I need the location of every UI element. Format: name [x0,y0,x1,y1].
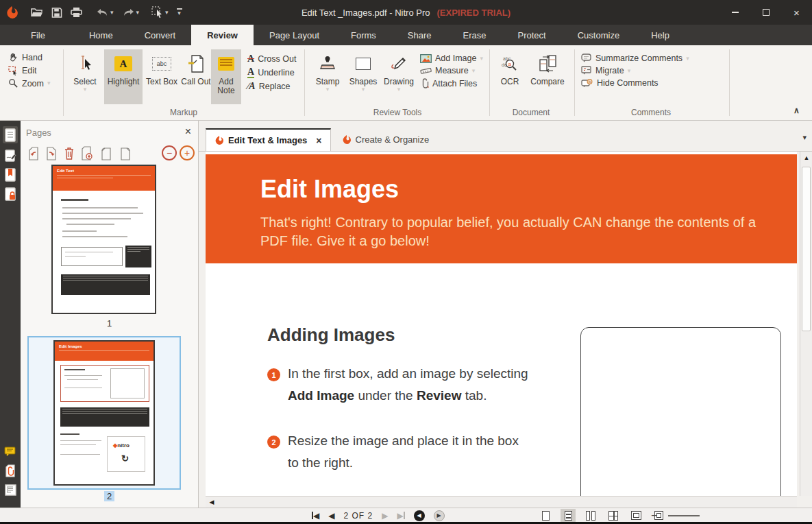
add-note-button[interactable]: Add Note [211,49,241,104]
cross-out-button[interactable]: A Cross Out [245,52,298,66]
close-button[interactable]: × [781,0,812,25]
stamp-dropdown-icon[interactable]: ▾ [326,86,330,93]
migrate-button[interactable]: Migrate ▾ [579,64,691,77]
view-history-back-button[interactable]: ◀ [414,510,425,521]
previous-page-button[interactable]: ◀ [328,511,334,521]
menu-tab-page-layout[interactable]: Page Layout [254,25,335,45]
signatures-panel-tab[interactable] [3,147,18,164]
doc-tab-create-organize[interactable]: Create & Organize [334,128,438,151]
select-tool-quick-button[interactable]: ▾ [149,5,171,20]
menu-tab-share[interactable]: Share [392,25,447,45]
page-thumbnail-1[interactable]: Edit Text [51,165,156,314]
horizontal-scrollbar[interactable]: ◀ [206,496,797,508]
maximize-button[interactable] [750,0,781,25]
open-file-button[interactable] [29,6,45,19]
summarize-comments-button[interactable]: Summarize Comments ▾ [579,52,691,64]
menu-tab-protect[interactable]: Protect [502,25,562,45]
redo-button[interactable]: ▾ [120,6,142,19]
text-box-button[interactable]: abc Text Box [144,49,180,104]
fields-panel-tab[interactable] [3,481,18,499]
migrate-dropdown-icon[interactable]: ▾ [628,68,631,74]
tab-close-icon[interactable]: × [316,135,321,146]
select-button[interactable]: Select ▾ [67,49,103,104]
tab-list-dropdown-icon[interactable]: ▾ [802,133,807,142]
measure-button[interactable]: Measure ▾ [418,64,485,77]
menu-tab-forms[interactable]: Forms [335,25,392,45]
zoom-slider[interactable] [668,515,700,516]
last-page-button[interactable]: ▶ [397,511,404,521]
menu-tab-customize[interactable]: Customize [562,25,635,45]
shapes-button[interactable]: Shapes ▾ [345,49,381,104]
view-facing-pages-button[interactable] [583,509,598,522]
shapes-dropdown-icon[interactable]: ▾ [362,86,365,93]
collapse-ribbon-chevron-icon[interactable]: ∧ [793,106,800,115]
add-image-dropdown-icon[interactable]: ▾ [480,56,483,62]
underline-button[interactable]: A Underline [245,66,298,80]
replace-button[interactable]: ∕A Replace [245,80,298,93]
image-placeholder-box[interactable] [580,327,781,496]
select-tool-dropdown-icon[interactable]: ▾ [165,10,169,16]
menu-tab-erase[interactable]: Erase [447,25,502,45]
call-out-button[interactable]: Call Out [178,49,214,104]
security-panel-tab[interactable] [3,185,18,202]
doc-tab-edit-text-images[interactable]: Edit Text & Images × [206,128,331,151]
compare-button[interactable]: Compare [526,49,569,104]
menu-tab-file[interactable]: File [15,25,61,45]
stamp-button[interactable]: Stamp ▾ [310,49,345,104]
extract-page-button[interactable] [79,145,95,162]
highlight-button[interactable]: A Highlight [104,49,143,104]
edit-tool-button[interactable]: Edit [5,64,53,77]
zoom-dropdown-icon[interactable]: ▾ [47,80,51,86]
zoom-out-status-button[interactable]: − [651,510,657,522]
comments-panel-tab[interactable] [3,443,18,460]
undo-dropdown-icon[interactable]: ▾ [110,10,114,16]
view-single-page-button[interactable] [538,509,553,522]
menu-tab-home[interactable]: Home [73,25,129,45]
bookmarks-panel-tab[interactable] [3,166,18,183]
attachments-panel-tab[interactable] [3,462,18,479]
page-indicator: 2 OF 2 [343,511,373,521]
rotate-left-button[interactable] [26,145,41,162]
hand-tool-button[interactable]: Hand [5,51,53,64]
menu-tab-help[interactable]: Help [635,25,685,45]
scroll-up-icon[interactable]: ▲ [800,152,812,163]
view-fit-page-button[interactable] [628,509,643,522]
menu-tab-convert[interactable]: Convert [129,25,192,45]
drawing-dropdown-icon[interactable]: ▾ [397,86,401,93]
summarize-dropdown-icon[interactable]: ▾ [686,56,689,62]
vertical-scrollbar-thumb[interactable] [802,167,811,331]
print-button[interactable] [69,5,84,19]
save-button[interactable] [49,6,64,19]
quick-access-customize-button[interactable]: ▾ [175,7,184,18]
zoom-tool-button[interactable]: Zoom ▾ [5,77,53,90]
minimize-button[interactable] [719,0,750,25]
pages-panel-close-icon[interactable]: × [185,126,191,137]
view-continuous-button[interactable] [561,509,576,522]
delete-page-button[interactable] [62,145,77,162]
vertical-scrollbar[interactable]: ▲ [800,152,812,496]
view-quad-pages-button[interactable] [606,509,621,522]
step1-number-badge: 1 [267,368,280,381]
measure-dropdown-icon[interactable]: ▾ [472,68,476,74]
view-history-forward-button[interactable]: ▶ [434,510,445,521]
menu-tab-review[interactable]: Review [191,25,254,45]
attach-files-button[interactable]: Attach Files [418,77,485,91]
first-page-button[interactable]: ◀ [312,511,319,521]
add-image-button[interactable]: Add Image ▾ [418,52,485,64]
thumbnail-zoom-in-button[interactable]: + [180,145,195,160]
select-dropdown-icon[interactable]: ▾ [84,86,87,93]
thumbnail-zoom-out-button[interactable]: − [162,145,177,160]
page-thumbnail-2[interactable]: Edit Images ◆nitro ↻ [53,340,155,486]
next-page-button[interactable]: ▶ [382,511,388,521]
rotate-page-cw-button[interactable] [118,145,133,162]
drawing-button[interactable]: Drawing ▾ [381,49,417,104]
rotate-page-ccw-button[interactable] [99,145,114,162]
rotate-right-button[interactable] [44,145,59,162]
page-thumbnail-2-selected[interactable]: Edit Images ◆nitro ↻ [27,336,181,490]
scroll-left-icon[interactable]: ◀ [206,499,218,505]
ocr-button[interactable]: abcdea OCR [495,49,525,104]
hide-comments-button[interactable]: b Hide Comments [579,77,691,89]
undo-button[interactable]: ▾ [94,6,116,19]
redo-dropdown-icon[interactable]: ▾ [136,10,140,16]
pages-panel-tab[interactable] [3,126,18,143]
